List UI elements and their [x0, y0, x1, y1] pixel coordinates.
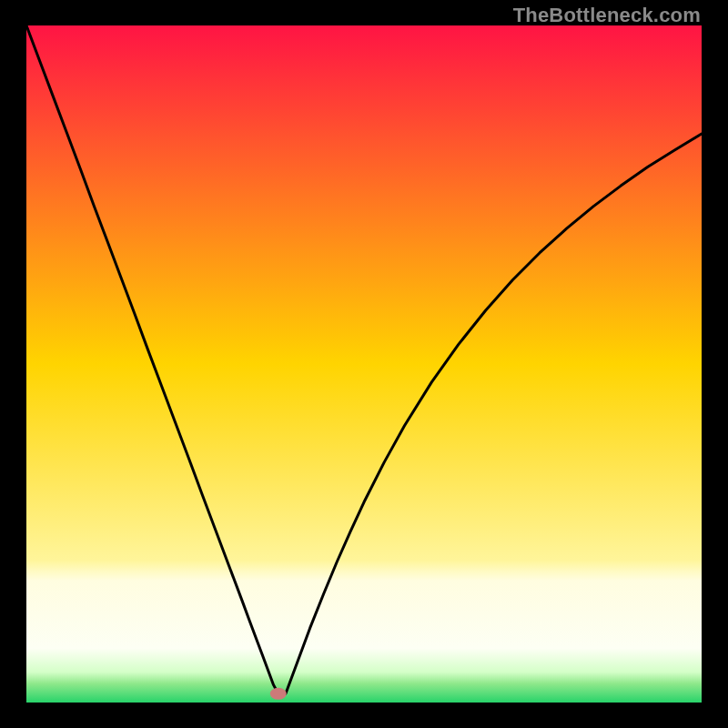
plot-area — [26, 25, 702, 703]
gradient-background — [26, 25, 702, 703]
chart-frame: TheBottleneck.com — [0, 0, 728, 728]
optimum-marker — [270, 688, 287, 700]
watermark-text: TheBottleneck.com — [513, 4, 701, 27]
chart-svg — [26, 25, 702, 703]
